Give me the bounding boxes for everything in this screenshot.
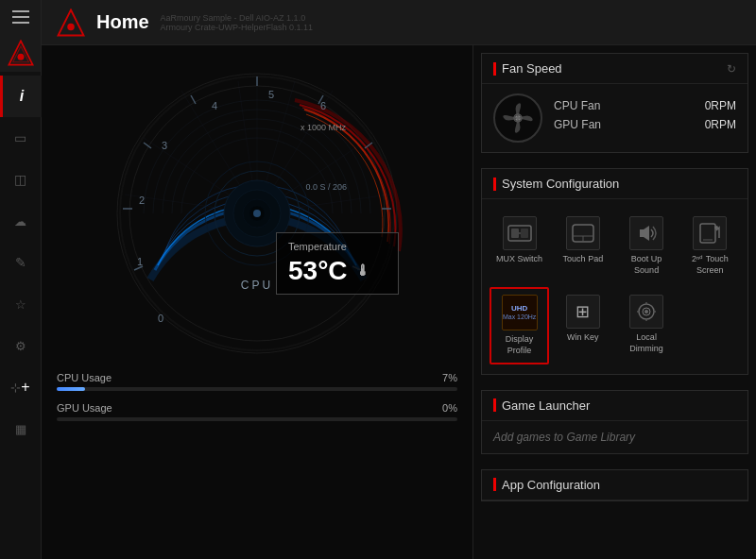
- svg-text:0: 0: [158, 313, 163, 324]
- displayprofile-icon: UHD Max 120Hz: [502, 295, 538, 330]
- hamburger-menu[interactable]: [0, 0, 42, 34]
- svg-text:1: 1: [137, 256, 143, 267]
- gpu-usage-label: GPU Usage: [57, 402, 112, 414]
- star-icon: ☆: [15, 297, 26, 312]
- fan-speed-card: Fan Speed ↻: [481, 53, 748, 153]
- system-config-grid: MUX Switch Touch Pad: [482, 199, 747, 374]
- gpu-usage-bar: [57, 417, 457, 421]
- svg-point-59: [644, 310, 648, 313]
- sidebar-item-cloud[interactable]: ☁: [0, 200, 42, 242]
- touchpad-icon: [566, 216, 600, 250]
- config-item-winkey[interactable]: ⊞ Win Key: [553, 287, 612, 364]
- sidebar-item-display[interactable]: ◫: [0, 159, 42, 200]
- app-config-title: App Configuration: [502, 478, 600, 492]
- cpu-usage-fill: [57, 387, 85, 391]
- info-icon: i: [20, 88, 24, 105]
- mux-icon: [503, 216, 537, 250]
- tag-badge: +: [21, 379, 29, 396]
- touchscreen-icon: [693, 216, 727, 250]
- app-config-header: App Configuration: [482, 470, 747, 500]
- svg-text:0.0 S / 206: 0.0 S / 206: [305, 182, 347, 192]
- subtitle-line2: Armoury Crate-UWP-HelperFlash 0.1.11: [161, 23, 314, 32]
- svg-point-23: [253, 210, 261, 217]
- rog-logo: [0, 34, 42, 72]
- sidebar-item-star[interactable]: ☆: [0, 283, 42, 325]
- system-config-header: System Configuration: [482, 169, 747, 199]
- fan-speed-header: Fan Speed ↻: [482, 54, 747, 84]
- displayprofile-label: DisplayProfile: [506, 334, 534, 356]
- gpu-usage-row: GPU Usage 0%: [57, 402, 457, 421]
- tag-icon: ⊹: [10, 381, 21, 395]
- svg-text:5: 5: [268, 89, 274, 100]
- sidebar: i ▭ ◫ ☁ ✎ ☆ ⚙ ⊹ + ▦: [0, 0, 42, 559]
- thermometer-icon: 🌡: [355, 263, 370, 280]
- grid-icon: ▦: [15, 422, 26, 436]
- config-item-displayprofile[interactable]: UHD Max 120Hz DisplayProfile: [490, 287, 549, 364]
- pen-icon: ✎: [15, 255, 26, 270]
- sidebar-item-sliders[interactable]: ⚙: [0, 325, 42, 366]
- fan-icon: [493, 93, 542, 143]
- fan-section-body: CPU Fan 0RPM GPU Fan 0RPM: [482, 84, 747, 152]
- sidebar-item-monitor[interactable]: ▭: [0, 117, 42, 159]
- cpu-usage-value: 7%: [442, 372, 457, 383]
- cpu-fan-label: CPU Fan: [554, 99, 600, 112]
- config-item-mux[interactable]: MUX Switch: [490, 209, 549, 283]
- system-config-title: System Configuration: [502, 177, 619, 191]
- config-item-touchpad[interactable]: Touch Pad: [553, 209, 612, 283]
- gauge-container: 0 1 2 3 4 5 6 x 1000 MHz: [106, 62, 408, 364]
- sidebar-item-grid[interactable]: ▦: [0, 408, 42, 449]
- config-item-bootsound[interactable]: Boot Up Sound: [617, 209, 677, 283]
- svg-text:6: 6: [320, 100, 326, 111]
- svg-rect-47: [511, 229, 519, 238]
- mux-label: MUX Switch: [496, 254, 542, 265]
- gpu-fan-value: 0RPM: [705, 118, 736, 131]
- bootsound-icon: [629, 216, 663, 250]
- right-panel: Fan Speed ↻: [472, 45, 756, 559]
- game-launcher-body[interactable]: Add games to Game Library: [482, 421, 747, 453]
- left-panel: 0 1 2 3 4 5 6 x 1000 MHz: [42, 45, 472, 559]
- sidebar-item-pen[interactable]: ✎: [0, 242, 42, 283]
- cpu-fan-value: 0RPM: [705, 99, 736, 112]
- temperature-value: 53°C 🌡: [288, 256, 387, 286]
- bottom-stats: CPU Usage 7% GPU Usage 0%: [57, 364, 457, 440]
- config-item-localdimming[interactable]: Local Dimming: [617, 287, 677, 364]
- sidebar-item-home[interactable]: i: [0, 76, 42, 117]
- refresh-icon[interactable]: ↻: [727, 62, 736, 76]
- config-item-touchscreen[interactable]: 2ⁿᵈ Touch Screen: [680, 209, 740, 283]
- monitor-icon: ▭: [14, 130, 26, 145]
- svg-text:CPU: CPU: [241, 279, 273, 292]
- touchscreen-label: 2ⁿᵈ Touch Screen: [684, 254, 736, 276]
- gauge-svg: 0 1 2 3 4 5 6 x 1000 MHz: [106, 62, 408, 364]
- gpu-usage-value: 0%: [442, 402, 457, 414]
- fan-speeds: CPU Fan 0RPM GPU Fan 0RPM: [554, 99, 736, 137]
- svg-point-45: [516, 116, 520, 120]
- svg-text:3: 3: [162, 140, 167, 151]
- page-title: Home: [96, 11, 149, 33]
- svg-marker-3: [59, 9, 84, 35]
- svg-text:4: 4: [212, 100, 217, 111]
- system-config-card: System Configuration: [481, 168, 748, 375]
- cpu-usage-label: CPU Usage: [57, 372, 112, 383]
- svg-text:x 1000 MHz: x 1000 MHz: [301, 123, 347, 132]
- svg-rect-48: [521, 229, 528, 238]
- gpu-usage-header: GPU Usage 0%: [57, 402, 457, 414]
- winkey-label: Win Key: [567, 332, 599, 344]
- svg-marker-0: [9, 41, 32, 64]
- temperature-display: Temperature 53°C 🌡: [276, 232, 399, 295]
- game-launcher-card: Game Launcher Add games to Game Library: [481, 390, 748, 454]
- localdimming-icon: [629, 295, 663, 329]
- svg-point-55: [714, 226, 718, 229]
- sidebar-item-tag[interactable]: ⊹ +: [0, 366, 42, 408]
- svg-text:2: 2: [139, 195, 145, 206]
- svg-point-2: [17, 54, 24, 60]
- game-launcher-header: Game Launcher: [482, 391, 747, 421]
- temperature-label: Temperature: [288, 241, 387, 252]
- cpu-usage-bar: [57, 387, 457, 391]
- display-icon: ◫: [14, 172, 26, 187]
- cpu-fan-row: CPU Fan 0RPM: [554, 99, 736, 112]
- svg-point-4: [67, 23, 75, 30]
- svg-marker-53: [640, 226, 649, 241]
- touchpad-label: Touch Pad: [563, 254, 604, 265]
- header-rog-logo: [57, 8, 85, 37]
- gpu-fan-row: GPU Fan 0RPM: [554, 118, 736, 131]
